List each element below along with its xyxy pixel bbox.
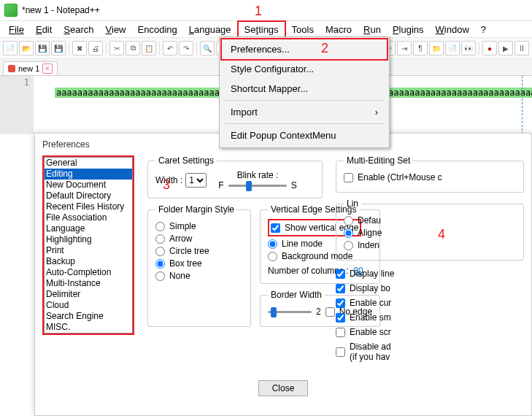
category-backup[interactable]: Backup <box>45 256 132 267</box>
category-multi-instance[interactable]: Multi-Instance <box>45 278 132 289</box>
right-check-1[interactable]: Display bo <box>336 283 524 293</box>
menu-style-configurator[interactable]: Style Configurator... <box>222 59 387 79</box>
preferences-dialog: Preferences GeneralEditingNew DocumentDe… <box>34 133 532 416</box>
paste-icon[interactable]: 📋 <box>142 41 156 55</box>
indent-icon[interactable]: ⇥ <box>397 41 412 55</box>
blink-rate-label: Blink rate : <box>237 170 279 180</box>
unsaved-icon <box>8 65 15 72</box>
copy-icon[interactable]: ⧉ <box>126 41 140 55</box>
menu-import[interactable]: Import› <box>222 102 387 122</box>
linewrap-defau-radio[interactable]: Defau <box>344 215 516 226</box>
folder-box-tree-radio[interactable]: Box tree <box>155 258 243 269</box>
category-general[interactable]: General <box>45 158 132 169</box>
category-editing[interactable]: Editing <box>45 169 132 180</box>
menu-settings[interactable]: Settings <box>237 20 286 39</box>
right-check-0[interactable]: Display line <box>336 269 524 279</box>
tab-close-icon[interactable]: ✕ <box>42 63 53 74</box>
chevron-right-icon: › <box>375 107 378 118</box>
annotation-3: 3 <box>163 177 170 193</box>
save-icon[interactable]: 💾 <box>35 41 50 55</box>
menu-file[interactable]: File <box>3 22 30 37</box>
right-check-4[interactable]: Enable scr <box>336 327 524 337</box>
menu-help[interactable]: ? <box>475 22 492 37</box>
folder-margin-group: Folder Margin Style SimpleArrowCircle tr… <box>147 204 251 327</box>
close-button[interactable]: Close <box>258 380 309 396</box>
menu-plugins[interactable]: Plugins <box>387 22 430 37</box>
linewrap-aligne-radio[interactable]: Aligne <box>344 228 516 238</box>
category-highlighting[interactable]: Highlighting <box>45 234 132 245</box>
line-wrap-group: Lin DefauAligneInden <box>336 199 524 261</box>
right-check-3[interactable]: Enable sm <box>336 312 524 323</box>
cut-icon[interactable]: ✂ <box>109 41 124 55</box>
menu-edit-contextmenu[interactable]: Edit Popup ContextMenu <box>222 126 387 145</box>
menu-window[interactable]: Window <box>430 22 475 37</box>
folder-simple-radio[interactable]: Simple <box>155 221 243 231</box>
right-check-2[interactable]: Enable cur <box>336 298 524 308</box>
redo-icon[interactable]: ↷ <box>179 41 193 55</box>
menu-bar: File Edit Search View Encoding Language … <box>0 21 532 37</box>
doc-icon[interactable]: 📄 <box>445 41 460 55</box>
menu-tools[interactable]: Tools <box>286 22 320 37</box>
close-icon[interactable]: ✖ <box>72 41 87 55</box>
annotation-4: 4 <box>438 227 445 242</box>
para-icon[interactable]: ¶ <box>413 41 428 55</box>
category-delimiter[interactable]: Delimiter <box>45 289 132 300</box>
menu-language[interactable]: Language <box>183 22 237 37</box>
title-bar: *new 1 - Notepad++ <box>0 0 532 21</box>
monitor-icon[interactable]: 👀 <box>461 41 476 55</box>
undo-icon[interactable]: ↶ <box>163 41 177 55</box>
folder-arrow-radio[interactable]: Arrow <box>155 234 243 244</box>
play-icon[interactable]: ▶ <box>498 41 513 55</box>
annotation-2: 2 <box>321 41 328 56</box>
new-icon[interactable]: 📄 <box>3 41 18 55</box>
tab-new1[interactable]: new 1 ✕ <box>3 61 58 75</box>
line-gutter: 1 <box>0 76 34 134</box>
caret-settings-group: Caret Settings Width : 1 Blink rate : F … <box>147 155 323 199</box>
saveall-icon[interactable]: 💾 <box>51 41 66 55</box>
blink-rate-slider[interactable]: F S <box>218 180 296 190</box>
folder-circle-tree-radio[interactable]: Circle tree <box>155 246 243 256</box>
annotation-1: 1 <box>255 4 262 19</box>
category-print[interactable]: Print <box>45 245 132 256</box>
menu-edit[interactable]: Edit <box>30 22 58 37</box>
category-language[interactable]: Language <box>45 223 132 234</box>
folder-icon[interactable]: 📁 <box>429 41 444 55</box>
print-icon[interactable]: 🖨 <box>88 41 103 55</box>
category-cloud[interactable]: Cloud <box>45 300 132 311</box>
category-auto-completion[interactable]: Auto-Completion <box>45 267 132 278</box>
linewrap-inden-radio[interactable]: Inden <box>344 240 516 250</box>
category-file-association[interactable]: File Association <box>45 212 132 223</box>
caret-width-select[interactable]: 1 <box>185 173 207 188</box>
menu-shortcut-mapper[interactable]: Shortcut Mapper... <box>222 79 387 99</box>
right-check-5[interactable]: Disable ad (if you hav <box>336 342 524 362</box>
menu-search[interactable]: Search <box>58 22 99 37</box>
app-icon <box>4 4 18 17</box>
category-default-directory[interactable]: Default Directory <box>45 190 132 201</box>
record-icon[interactable]: ● <box>482 41 497 55</box>
category-list-container: GeneralEditingNew DocumentDefault Direct… <box>42 155 134 374</box>
category-misc-[interactable]: MISC. <box>45 322 132 333</box>
open-icon[interactable]: 📂 <box>19 41 34 55</box>
window-title: *new 1 - Notepad++ <box>22 5 100 15</box>
menu-view[interactable]: View <box>100 22 132 37</box>
multi-editing-group: Multi-Editing Set Enable (Ctrl+Mouse c <box>336 155 524 193</box>
category-recent-files-history[interactable]: Recent Files History <box>45 201 132 212</box>
folder-none-radio[interactable]: None <box>155 271 243 281</box>
find-icon[interactable]: 🔍 <box>200 41 215 55</box>
enable-multi-checkbox[interactable]: Enable (Ctrl+Mouse c <box>344 172 516 182</box>
settings-menu: Preferences... Style Configurator... Sho… <box>219 36 390 148</box>
category-new-document[interactable]: New Document <box>45 180 132 190</box>
vertical-edge-marker <box>522 76 523 134</box>
menu-macro[interactable]: Macro <box>320 22 358 37</box>
category-search-engine[interactable]: Search Engine <box>45 311 132 322</box>
stop-icon[interactable]: II <box>514 41 529 55</box>
menu-run[interactable]: Run <box>358 22 387 37</box>
menu-encoding[interactable]: Encoding <box>132 22 183 37</box>
tab-label: new 1 <box>18 64 39 73</box>
category-list[interactable]: GeneralEditingNew DocumentDefault Direct… <box>44 157 133 334</box>
menu-preferences[interactable]: Preferences... <box>220 38 388 61</box>
